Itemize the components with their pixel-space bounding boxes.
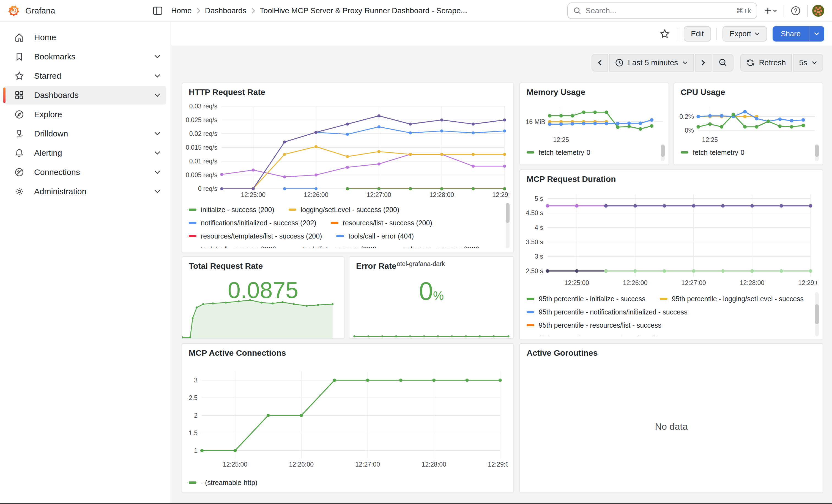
- chevron-right-icon: [701, 59, 705, 66]
- home-icon: [14, 32, 24, 43]
- http-request-rate-legend: initialize - success (200)logging/setLev…: [189, 203, 501, 248]
- sidebar-item-alerting[interactable]: Alerting: [4, 143, 166, 162]
- svg-text:12:25: 12:25: [553, 136, 569, 143]
- chevron-down-icon[interactable]: [154, 189, 161, 194]
- legend-scrollbar[interactable]: [661, 143, 665, 161]
- sidebar-item-starred[interactable]: Starred: [4, 67, 166, 85]
- share-dropdown-button[interactable]: [809, 26, 824, 42]
- svg-text:3: 3: [194, 377, 198, 384]
- sidebar-item-bookmarks[interactable]: Bookmarks: [4, 47, 166, 66]
- sidebar-item-dashboards[interactable]: Dashboards: [4, 86, 166, 105]
- memory-usage-chart[interactable]: 16 MiB12:25: [523, 101, 665, 143]
- chevron-right-icon: [196, 7, 201, 14]
- chevron-down-icon[interactable]: [154, 151, 161, 155]
- sidebar-item-connections[interactable]: Connections: [4, 163, 166, 182]
- chevron-down-icon[interactable]: [154, 54, 161, 59]
- panel-title[interactable]: MCP Request Duration: [520, 170, 823, 187]
- legend-item[interactable]: initialize - success (200): [189, 206, 274, 214]
- chevron-down-icon: [682, 61, 688, 65]
- add-new-button[interactable]: [761, 4, 779, 17]
- legend-item[interactable]: resources/list - success (200): [331, 219, 432, 227]
- share-button[interactable]: Share: [773, 26, 809, 42]
- chevron-down-icon: [814, 32, 820, 36]
- error-rate-value: 0%: [349, 277, 513, 306]
- legend-item[interactable]: tools/call - error (404): [336, 232, 414, 240]
- panel-title[interactable]: Memory Usage: [520, 83, 669, 100]
- sidebar-item-administration[interactable]: Administration: [4, 182, 166, 201]
- svg-text:12:28:00: 12:28:00: [430, 191, 454, 198]
- search-input[interactable]: ⌘+k: [567, 2, 757, 19]
- legend-label: 95th percentile - resources/templates/li…: [539, 335, 693, 337]
- sidebar-item-home[interactable]: Home: [4, 28, 166, 47]
- mcp-request-duration-legend: 95th percentile - initialize - success95…: [527, 292, 810, 336]
- total-request-rate-value: 0.0875: [182, 277, 344, 303]
- plug-icon: [14, 167, 24, 177]
- search-field[interactable]: [586, 6, 732, 15]
- time-shift-back-button[interactable]: [592, 54, 608, 72]
- legend-item[interactable]: 95th percentile - logging/setLevel - suc…: [660, 295, 804, 303]
- chevron-down-icon[interactable]: [154, 74, 161, 78]
- legend-scrollbar[interactable]: [815, 143, 819, 161]
- mcp-active-connections-chart[interactable]: 11.522.5312:25:0012:26:0012:27:0012:28:0…: [185, 364, 508, 473]
- legend-item[interactable]: 95th percentile - resources/templates/li…: [527, 335, 693, 337]
- legend-item[interactable]: 95th percentile - resources/list - succe…: [527, 321, 661, 329]
- chevron-down-icon[interactable]: [154, 170, 161, 175]
- clock-icon: [615, 59, 623, 67]
- sidebar-item-label: Connections: [34, 167, 80, 177]
- panel-title[interactable]: HTTP Request Rate: [182, 83, 513, 100]
- panel-http-request-rate: HTTP Request Rate 0 req/s0.005 req/s0.01…: [182, 82, 514, 253]
- edit-button[interactable]: Edit: [684, 26, 711, 42]
- legend-item[interactable]: tools/list - success (200): [291, 245, 376, 248]
- search-icon: [573, 7, 581, 15]
- window-bottom-edge: [0, 503, 832, 504]
- time-shift-forward-button[interactable]: [695, 54, 711, 72]
- svg-text:2: 2: [194, 412, 198, 419]
- mcp-request-duration-chart[interactable]: 5 s4.50 s4 s3.50 s3 s2.50 s12:25:0012:26…: [523, 189, 817, 289]
- http-request-rate-chart[interactable]: 0 req/s0.005 req/s0.01 req/s0.015 req/s0…: [185, 102, 509, 200]
- panel-title[interactable]: CPU Usage: [674, 83, 823, 100]
- legend-scrollbar[interactable]: [506, 203, 510, 248]
- legend-item[interactable]: tools/call - success (200): [189, 245, 277, 248]
- legend-item[interactable]: unknown - success (200): [391, 245, 479, 248]
- panel-error-rate: Error Rate otel-grafana-dark 0%: [349, 257, 514, 339]
- panel-title[interactable]: Active Goroutines: [520, 344, 823, 361]
- avatar[interactable]: [812, 5, 824, 17]
- sidebar-collapse-icon[interactable]: [151, 4, 164, 17]
- legend-scrollbar[interactable]: [815, 292, 819, 336]
- time-range-picker[interactable]: Last 5 minutes: [609, 54, 694, 72]
- svg-text:12:27:00: 12:27:00: [355, 461, 380, 468]
- breadcrumb-dashboards[interactable]: Dashboards: [205, 6, 246, 15]
- legend-item[interactable]: - (streamable-http): [189, 479, 258, 487]
- legend-label: notifications/initialized - success (202…: [201, 219, 316, 227]
- svg-text:0.02 req/s: 0.02 req/s: [189, 130, 217, 137]
- main-content: Edit Export Share Last 5 minutes: [171, 22, 832, 504]
- chevron-down-icon[interactable]: [154, 132, 161, 136]
- legend-item[interactable]: fetch-telemetry-0: [681, 149, 745, 157]
- chevron-down-icon[interactable]: [154, 93, 161, 97]
- time-zoom-out-button[interactable]: [712, 54, 733, 72]
- legend-item[interactable]: logging/setLevel - success (200): [289, 206, 399, 214]
- refresh-button[interactable]: Refresh: [740, 54, 792, 72]
- legend-item[interactable]: 95th percentile - notifications/initiali…: [527, 308, 687, 316]
- help-icon[interactable]: [788, 4, 803, 18]
- svg-text:0.025 req/s: 0.025 req/s: [186, 116, 217, 124]
- legend-label: fetch-telemetry-0: [693, 149, 745, 157]
- grafana-logo-icon[interactable]: [8, 5, 20, 17]
- breadcrumb-home[interactable]: Home: [171, 6, 192, 15]
- legend-item[interactable]: resources/templates/list - success (200): [189, 232, 322, 240]
- compass-icon: [14, 109, 24, 120]
- legend-item[interactable]: 95th percentile - initialize - success: [527, 295, 646, 303]
- sidebar-item-drilldown[interactable]: Drilldown: [4, 124, 166, 143]
- favorite-star-icon[interactable]: [657, 26, 672, 41]
- panel-title[interactable]: MCP Active Connections: [182, 344, 513, 361]
- legend-item[interactable]: fetch-telemetry-0: [527, 149, 591, 157]
- legend-color-chip: [331, 222, 338, 224]
- legend-label: 95th percentile - notifications/initiali…: [539, 308, 687, 316]
- sidebar-item-explore[interactable]: Explore: [4, 105, 166, 124]
- refresh-interval-picker[interactable]: 5s: [793, 54, 823, 72]
- sidebar-item-label: Bookmarks: [34, 52, 75, 61]
- export-button[interactable]: Export: [723, 26, 767, 42]
- legend-label: resources/templates/list - success (200): [201, 232, 322, 240]
- cpu-usage-chart[interactable]: 0.2%0%12:25: [677, 101, 820, 143]
- legend-item[interactable]: notifications/initialized - success (202…: [189, 219, 316, 227]
